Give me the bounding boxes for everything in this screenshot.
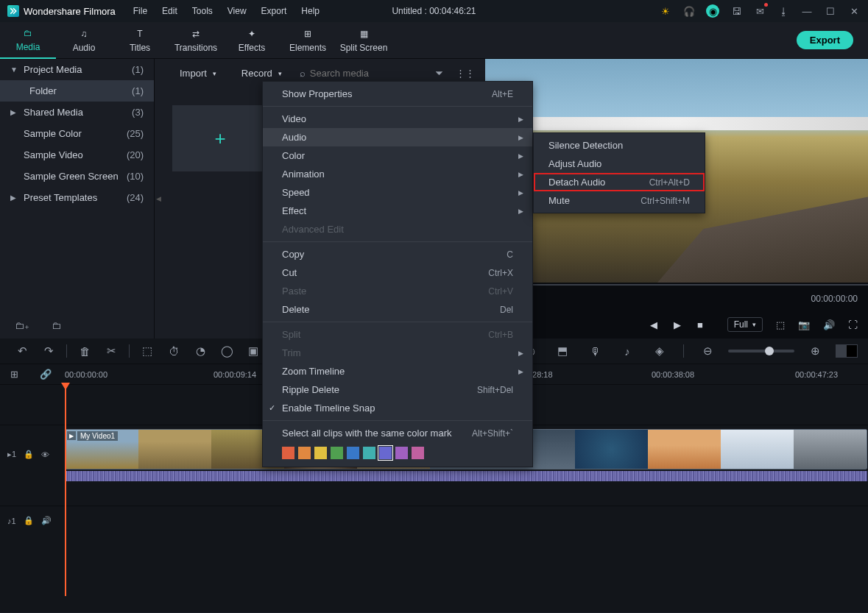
color-swatch[interactable] xyxy=(363,447,375,459)
menu-help[interactable]: Help xyxy=(295,3,325,19)
idea-icon[interactable]: ☀ xyxy=(659,4,672,18)
ctx-zoom-timeline[interactable]: Zoom Timeline▶ xyxy=(263,362,532,380)
color-swatch[interactable] xyxy=(395,447,408,459)
sidebar-item-sample-color[interactable]: Sample Color(25) xyxy=(0,123,154,144)
import-dropdown[interactable]: Import▾ xyxy=(172,65,224,82)
tab-split-screen[interactable]: ▦Split Screen xyxy=(336,22,392,59)
support-icon[interactable]: 🎧 xyxy=(682,4,696,18)
zoom-in-icon[interactable]: ⊕ xyxy=(803,342,827,360)
import-media-button[interactable]: + xyxy=(172,105,268,171)
ctx-animation[interactable]: Animation▶ xyxy=(263,165,532,183)
filter-icon[interactable]: ⏷ xyxy=(434,68,444,79)
timeline-view-toggle[interactable] xyxy=(836,344,858,358)
volume-icon[interactable]: 🔊 xyxy=(823,319,835,330)
save-icon[interactable]: 🖫 xyxy=(730,4,743,18)
color-swatch[interactable] xyxy=(298,447,311,459)
sidebar-item-project-media[interactable]: ▼Project Media(1) xyxy=(0,59,154,80)
tab-elements[interactable]: ⊞Elements xyxy=(280,22,336,59)
playhead[interactable] xyxy=(65,383,66,596)
sub-mute[interactable]: MuteCtrl+Shift+M xyxy=(534,191,705,210)
tab-audio[interactable]: ♫Audio xyxy=(56,22,112,59)
zoom-out-icon[interactable]: ⊖ xyxy=(696,342,719,360)
prev-frame-icon[interactable]: ◀ xyxy=(650,319,657,330)
ctx-effect[interactable]: Effect▶ xyxy=(263,202,532,220)
green-screen-icon[interactable]: ◯ xyxy=(215,342,239,360)
panel-resize-handle[interactable]: ◀ xyxy=(155,59,162,339)
ctx-speed[interactable]: Speed▶ xyxy=(263,183,532,202)
voiceover-icon[interactable]: 🎙 xyxy=(583,342,607,360)
snapshot-icon[interactable]: 📷 xyxy=(798,319,810,330)
track-add-icon[interactable]: ⊞ xyxy=(10,369,18,380)
lock-icon[interactable]: 🔒 xyxy=(24,450,34,459)
sub-detach-audio[interactable]: Detach AudioCtrl+Alt+D xyxy=(534,173,705,191)
menu-edit[interactable]: Edit xyxy=(156,3,183,19)
export-button[interactable]: Export xyxy=(797,31,853,49)
marker-flag-icon[interactable]: ⬒ xyxy=(551,342,574,360)
quality-dropdown[interactable]: Full▾ xyxy=(727,317,763,332)
sub-adjust-audio[interactable]: Adjust Audio xyxy=(534,155,705,173)
maximize-icon[interactable]: ☐ xyxy=(824,4,837,18)
mute-track-icon[interactable]: 🔊 xyxy=(41,516,52,525)
lock-icon[interactable]: 🔒 xyxy=(24,516,34,525)
menu-file[interactable]: File xyxy=(127,3,153,19)
notifications-icon[interactable]: ✉ xyxy=(753,4,766,18)
ctx-video[interactable]: Video▶ xyxy=(263,110,532,128)
menu-view[interactable]: View xyxy=(222,3,253,19)
display-icon[interactable]: ⬚ xyxy=(776,319,785,330)
sidebar-item-folder[interactable]: Folder(1) xyxy=(0,80,154,102)
account-icon[interactable]: ◉ xyxy=(706,4,719,18)
record-dropdown[interactable]: Record▾ xyxy=(234,65,289,82)
sidebar-item-shared-media[interactable]: ▶Shared Media(3) xyxy=(0,102,154,123)
sidebar-item-sample-video[interactable]: Sample Video(20) xyxy=(0,144,154,166)
new-folder-icon[interactable]: 🗀₊ xyxy=(15,320,29,331)
color-swatch[interactable] xyxy=(347,447,359,459)
ctx-delete[interactable]: DeleteDel xyxy=(263,300,532,319)
download-icon[interactable]: ⭳ xyxy=(777,4,790,18)
color-swatch[interactable] xyxy=(379,447,392,459)
preview-scrubber[interactable] xyxy=(485,283,868,287)
ctx-ripple-delete[interactable]: Ripple DeleteShift+Del xyxy=(263,380,532,399)
color-swatch[interactable] xyxy=(282,447,294,459)
ctx-show-properties[interactable]: Show PropertiesAlt+E xyxy=(263,85,532,103)
color-swatch[interactable] xyxy=(314,447,327,459)
menu-export[interactable]: Export xyxy=(255,3,293,19)
close-icon[interactable]: ✕ xyxy=(847,4,861,18)
ctx-copy[interactable]: CopyC xyxy=(263,245,532,263)
sub-silence-detection[interactable]: Silence Detection xyxy=(534,136,705,155)
ctx-color[interactable]: Color▶ xyxy=(263,146,532,165)
menu-tools[interactable]: Tools xyxy=(186,3,219,19)
tab-effects[interactable]: ✦Effects xyxy=(224,22,280,59)
play-icon[interactable]: ▶ xyxy=(674,319,681,330)
undo-icon[interactable]: ↶ xyxy=(10,342,34,360)
crop-icon[interactable]: ⬚ xyxy=(135,342,159,360)
search-input[interactable] xyxy=(310,68,406,79)
link-icon[interactable]: 🔗 xyxy=(40,369,52,380)
color-swatch[interactable] xyxy=(331,447,343,459)
audio-mixer-icon[interactable]: ♪ xyxy=(615,342,639,360)
track-audio-1[interactable]: ♪1 🔒 🔊 xyxy=(0,506,868,535)
speed-icon[interactable]: ⏱ xyxy=(162,342,186,360)
color-icon[interactable]: ◔ xyxy=(188,342,212,360)
zoom-slider[interactable] xyxy=(728,350,794,352)
sidebar-item-preset-templates[interactable]: ▶Preset Templates(24) xyxy=(0,187,154,208)
ctx-enable-snap[interactable]: ✓Enable Timeline Snap xyxy=(263,399,532,417)
split-icon[interactable]: ✂ xyxy=(99,342,123,360)
ctx-cut[interactable]: CutCtrl+X xyxy=(263,263,532,282)
keyframe-icon[interactable]: ◈ xyxy=(648,342,671,360)
fullscreen-icon[interactable]: ⛶ xyxy=(848,319,858,330)
minimize-icon[interactable]: — xyxy=(800,4,814,18)
color-swatch[interactable] xyxy=(412,447,424,459)
tab-media[interactable]: 🗀Media xyxy=(0,22,56,59)
view-grid-icon[interactable]: ⋮⋮ xyxy=(456,68,475,79)
delete-icon[interactable]: 🗑 xyxy=(73,342,96,360)
audio-waveform[interactable] xyxy=(65,471,867,481)
visibility-icon[interactable]: 👁 xyxy=(41,450,49,459)
tab-transitions[interactable]: ⇄Transitions xyxy=(168,22,224,59)
ctx-audio[interactable]: Audio▶ xyxy=(263,128,532,146)
tab-titles[interactable]: TTitles xyxy=(112,22,168,59)
stop-icon[interactable]: ■ xyxy=(697,319,703,330)
folder-icon[interactable]: 🗀 xyxy=(52,320,61,331)
sidebar-item-sample-green-screen[interactable]: Sample Green Screen(10) xyxy=(0,166,154,187)
redo-icon[interactable]: ↷ xyxy=(37,342,60,360)
ctx-select-all-color[interactable]: Select all clips with the same color mar… xyxy=(263,424,532,442)
